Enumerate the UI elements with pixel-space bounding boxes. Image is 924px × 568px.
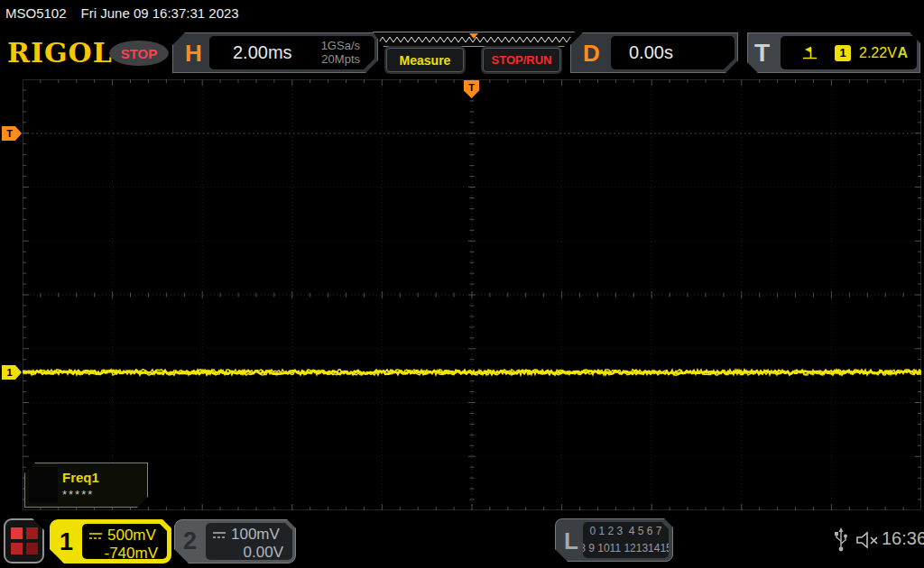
trigger-settings-box[interactable]: T 1 2.22V A bbox=[747, 32, 920, 73]
trigger-slope-icon bbox=[802, 46, 818, 60]
channel1-position-marker[interactable]: 1 bbox=[2, 365, 22, 380]
stop-run-button-label: STOP/RUN bbox=[492, 53, 552, 67]
channel2-number: 2 bbox=[183, 527, 197, 555]
run-state-badge: STOP bbox=[109, 41, 169, 66]
measure-button-label: Measure bbox=[400, 53, 451, 68]
trigger-level-marker-label: T bbox=[6, 128, 13, 139]
graticule-svg bbox=[23, 79, 921, 510]
logic-analyzer-label: L bbox=[564, 527, 578, 555]
trigger-level-value: 2.22V bbox=[859, 45, 897, 61]
trigger-label: T bbox=[754, 39, 770, 68]
measurement-value: ***** bbox=[62, 488, 94, 501]
horizontal-label: H bbox=[185, 39, 202, 67]
channel2-badge[interactable]: 2 100mV 0.00V bbox=[174, 519, 296, 563]
dc-coupling-icon bbox=[88, 532, 103, 540]
delay-label: D bbox=[583, 39, 600, 67]
delay-values: 0.00s bbox=[611, 36, 735, 69]
speaker-muted-icon[interactable] bbox=[855, 530, 879, 550]
trigger-level-marker[interactable]: T bbox=[2, 126, 22, 141]
overview-trigger-position-icon[interactable] bbox=[469, 33, 478, 39]
delay-settings-box[interactable]: D 0.00s bbox=[570, 32, 738, 73]
channel1-badge[interactable]: 1 500mV -740mV bbox=[50, 519, 171, 563]
usb-icon bbox=[834, 527, 848, 553]
logic-channels-row2: 8 9 1011 12131415 bbox=[579, 540, 672, 557]
channel1-offset: -740mV bbox=[88, 545, 161, 563]
channel2-offset: 0.00V bbox=[212, 544, 286, 562]
stop-run-button[interactable]: STOP/RUN bbox=[483, 48, 560, 72]
delay-value: 0.00s bbox=[629, 42, 673, 63]
channel1-values: 500mV -740mV bbox=[82, 524, 167, 559]
trigger-source-badge: 1 bbox=[835, 45, 851, 61]
trigger-values: 1 2.22V A bbox=[781, 36, 917, 69]
main-menu-button[interactable] bbox=[4, 518, 44, 563]
measurement-freq1-box[interactable]: Freq1 ***** bbox=[24, 463, 148, 508]
trigger-position-marker-label: T bbox=[468, 82, 475, 93]
logic-channel-list: 0 1 2 3 4 5 6 7 8 9 1011 12131415 bbox=[583, 522, 669, 558]
status-bar: MSO5102Fri June 09 16:37:31 2023 bbox=[5, 5, 254, 21]
model-name: MSO5102 bbox=[5, 5, 67, 21]
rigol-logo: RIGOL bbox=[7, 37, 113, 69]
oscilloscope-screen: MSO5102Fri June 09 16:37:31 2023 RIGOL S… bbox=[0, 0, 924, 568]
channel1-number: 1 bbox=[60, 528, 73, 556]
trigger-mode: A bbox=[897, 45, 908, 61]
timebase-value: 2.00ms bbox=[233, 42, 292, 63]
measure-button[interactable]: Measure bbox=[386, 48, 464, 72]
dc-coupling-icon bbox=[212, 531, 226, 539]
channel2-values: 100mV 0.00V bbox=[206, 523, 292, 560]
system-clock: 16:36 bbox=[882, 528, 924, 549]
logic-analyzer-badge[interactable]: L 0 1 2 3 4 5 6 7 8 9 1011 12131415 bbox=[555, 518, 673, 562]
logic-channels-row1: 0 1 2 3 4 5 6 7 bbox=[589, 523, 661, 540]
waveform-overview-strip[interactable] bbox=[373, 32, 575, 47]
measurement-swatch bbox=[29, 467, 58, 503]
waveform-display-grid bbox=[23, 79, 921, 510]
sample-rate-memory: 1GSa/s 20Mpts bbox=[321, 40, 360, 67]
horizontal-settings-box[interactable]: H 2.00ms 1GSa/s 20Mpts bbox=[172, 32, 378, 73]
horizontal-values: 2.00ms 1GSa/s 20Mpts bbox=[209, 36, 374, 69]
memory-depth: 20Mpts bbox=[321, 52, 360, 66]
date-time: Fri June 09 16:37:31 2023 bbox=[81, 5, 239, 21]
channel1-position-marker-label: 1 bbox=[6, 367, 12, 378]
measurement-label: Freq1 bbox=[62, 470, 99, 485]
channel1-scale: 500mV bbox=[107, 527, 156, 545]
sample-rate: 1GSa/s bbox=[321, 39, 360, 52]
channel2-scale: 100mV bbox=[231, 526, 280, 544]
menu-grid-icon bbox=[11, 527, 38, 554]
